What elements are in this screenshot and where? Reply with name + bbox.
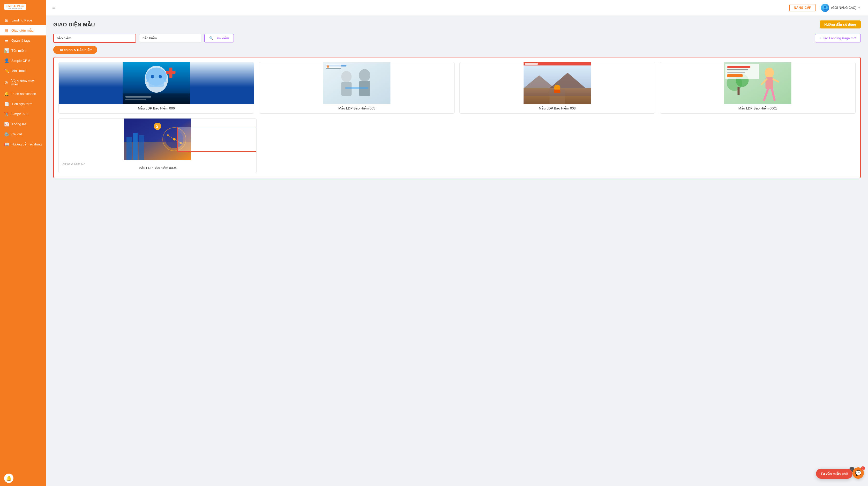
user-badge[interactable]: (GÓI NÂNG CAO) ▾ <box>819 3 862 13</box>
chat-bubble[interactable]: Tư vấn miễn phí! <box>816 469 852 479</box>
svg-rect-35 <box>524 96 591 104</box>
bell-bottom-icon: 🔔 <box>6 476 12 481</box>
svg-rect-48 <box>727 69 748 70</box>
topbar-left: ≡ <box>52 5 55 11</box>
chat-bubble-label: Tư vấn miễn phí! <box>821 472 848 476</box>
sidebar-item-mini-tools[interactable]: ✏️ Mini Tools <box>0 66 46 76</box>
search-left-input[interactable] <box>53 34 136 43</box>
sidebar-label-quan-ly-tags: Quản lý tags <box>11 38 31 42</box>
user-plan-label: (GÓI NÂNG CAO) <box>831 6 856 9</box>
guide-button[interactable]: Hướng dẫn sử dụng <box>819 21 861 28</box>
template-card-0004[interactable]: S Đối tác và Công Sự Mẫu LDP Bảo hiểm 00… <box>58 118 256 173</box>
template-icon: ▦ <box>4 28 9 33</box>
card-label-area-0001: Mẫu LDP Bảo Hiểm 0001 <box>660 104 855 113</box>
topbar-right: NÂNG CẤP (GÓI NÂNG CAO) ▾ <box>789 3 862 13</box>
svg-rect-6 <box>149 78 164 87</box>
logo-box: SIMPLE PAGE Free Website Builder <box>4 4 26 10</box>
template-card-005[interactable]: Mẫu LDP Bảo Hiểm 005 <box>259 62 455 114</box>
svg-rect-15 <box>166 71 176 74</box>
search-icon: 🔍 <box>209 36 213 40</box>
template-grid-row2: S Đối tác và Công Sự Mẫu LDP Bảo hiểm 00… <box>58 118 856 173</box>
svg-rect-23 <box>326 68 341 69</box>
card-title-003: Mẫu LDP Bảo Hiểm 003 <box>463 107 652 110</box>
grid-icon: ⊞ <box>4 18 9 23</box>
sidebar-item-simple-aff[interactable]: ✂️ Simple AFF <box>0 109 46 119</box>
stats-icon: 📈 <box>4 122 9 126</box>
card-image-003 <box>460 62 655 104</box>
sidebar-label-mini-tools: Mini Tools <box>11 69 26 73</box>
svg-rect-49 <box>727 72 745 73</box>
sidebar-item-landing-page[interactable]: ⊞ Landing Page <box>0 15 46 25</box>
chat-icon: 💬 <box>855 470 862 476</box>
avatar <box>821 4 829 12</box>
svg-rect-11 <box>123 93 190 104</box>
svg-point-1 <box>824 6 826 8</box>
sidebar-item-giao-dien-mau[interactable]: ▦ Giao diện mẫu <box>0 25 46 35</box>
sidebar-label-landing-page: Landing Page <box>11 19 32 22</box>
sidebar-logo: SIMPLE PAGE Free Website Builder <box>0 0 46 14</box>
sidebar-item-tich-hop-form[interactable]: 📄 Tích hợp form <box>0 99 46 109</box>
sidebar-item-huong-dan[interactable]: 📖 Hướng dẫn sử dụng <box>0 139 46 149</box>
bell-nav-icon: 🔔 <box>4 91 9 96</box>
sidebar-label-push-notification: Push notification <box>11 92 36 96</box>
card-image-0004: S <box>59 119 256 160</box>
sidebar-item-vong-quay[interactable]: ⊙ Vòng quay may mắn <box>0 76 46 89</box>
template-card-003[interactable]: Mẫu LDP Bảo Hiểm 003 <box>459 62 655 114</box>
create-landing-page-button[interactable]: + Tạo Landing Page mới <box>815 34 861 42</box>
card-label-area-006: Mẫu LDP Bảo Hiểm 006 <box>59 104 254 113</box>
template-grid-outer: Mẫu LDP Bảo Hiểm 006 <box>53 57 861 178</box>
tag-filter-area: Tài chính & Bảo hiểm <box>46 46 868 57</box>
book-icon: 📖 <box>4 142 9 147</box>
notification-bell-button[interactable]: 🔔 <box>4 474 13 483</box>
chat-icon-button[interactable]: 💬 1 <box>852 467 864 479</box>
card-label-area-003: Mẫu LDP Bảo Hiểm 003 <box>460 104 655 113</box>
search-right-input[interactable] <box>139 34 201 42</box>
page-title: GIAO DIỆN MẪU <box>53 22 95 28</box>
template-grid-area: Mẫu LDP Bảo Hiểm 006 <box>46 57 868 186</box>
svg-point-37 <box>765 67 774 78</box>
card-label-area-005: Mẫu LDP Bảo Hiểm 005 <box>259 104 455 113</box>
page-wrapper: GIAO DIỆN MẪU Hướng dẫn sử dụng 🔍 Tìm ki… <box>46 16 868 486</box>
sidebar-label-ten-mien: Tên miền <box>11 49 26 53</box>
svg-text:S: S <box>156 124 159 129</box>
sidebar-item-ten-mien[interactable]: 📊 Tên miền <box>0 45 46 56</box>
svg-rect-45 <box>738 87 740 95</box>
sidebar-bottom: 🔔 <box>0 470 46 486</box>
sidebar-item-push-notification[interactable]: 🔔 Push notification <box>0 89 46 99</box>
card-title-005: Mẫu LDP Bảo Hiểm 005 <box>262 107 451 110</box>
search-button[interactable]: 🔍 Tìm kiếm <box>204 34 234 42</box>
sidebar-item-quan-ly-tags[interactable]: ☰ Quản lý tags <box>0 35 46 45</box>
svg-point-10 <box>159 75 162 79</box>
tag-finance-insurance-button[interactable]: Tài chính & Bảo hiểm <box>53 46 97 54</box>
topbar: ≡ NÂNG CẤP (GÓI NÂNG CAO) ▾ <box>46 0 868 16</box>
template-grid-row1: Mẫu LDP Bảo Hiểm 006 <box>58 62 856 114</box>
svg-rect-21 <box>345 87 369 89</box>
sidebar-label-simple-aff: Simple AFF <box>11 112 29 116</box>
gear-icon: ⚙️ <box>4 132 9 136</box>
svg-point-9 <box>151 75 154 79</box>
template-card-006[interactable]: Mẫu LDP Bảo Hiểm 006 <box>58 62 254 114</box>
sidebar-item-simple-crm[interactable]: 👤 Simple CRM <box>0 56 46 66</box>
search-button-label: Tìm kiếm <box>215 36 229 40</box>
sidebar-item-cai-dat[interactable]: ⚙️ Cài đặt <box>0 129 46 139</box>
chart-icon: 📊 <box>4 48 9 53</box>
card-title-0004: Mẫu LDP Bảo hiểm 0004 <box>62 166 253 170</box>
sidebar-label-cai-dat: Cài đặt <box>11 132 22 136</box>
svg-rect-55 <box>138 135 144 160</box>
svg-rect-25 <box>327 65 329 67</box>
scissors-icon: ✂️ <box>4 112 9 117</box>
sidebar-label-thong-ke: Thống Kê <box>11 122 26 126</box>
sidebar-item-thong-ke[interactable]: 📈 Thống Kê <box>0 119 46 129</box>
card-label-area-0004: Đối tác và Công Sự Mẫu LDP Bảo hiểm 0004 <box>59 160 256 173</box>
sidebar-label-giao-dien-mau: Giao diện mẫu <box>11 28 34 32</box>
sidebar-label-vong-quay: Vòng quay may mắn <box>11 79 42 86</box>
sidebar: SIMPLE PAGE Free Website Builder ⊞ Landi… <box>0 0 46 486</box>
chevron-down-icon: ▾ <box>859 6 860 9</box>
upgrade-button[interactable]: NÂNG CẤP <box>789 4 815 11</box>
template-card-0001[interactable]: Mẫu LDP Bảo Hiểm 0001 <box>660 62 856 114</box>
svg-rect-53 <box>126 136 132 160</box>
card-image-0001 <box>660 62 855 104</box>
hamburger-menu-icon[interactable]: ≡ <box>52 5 55 11</box>
svg-rect-50 <box>727 74 743 77</box>
form-icon: 📄 <box>4 101 9 107</box>
